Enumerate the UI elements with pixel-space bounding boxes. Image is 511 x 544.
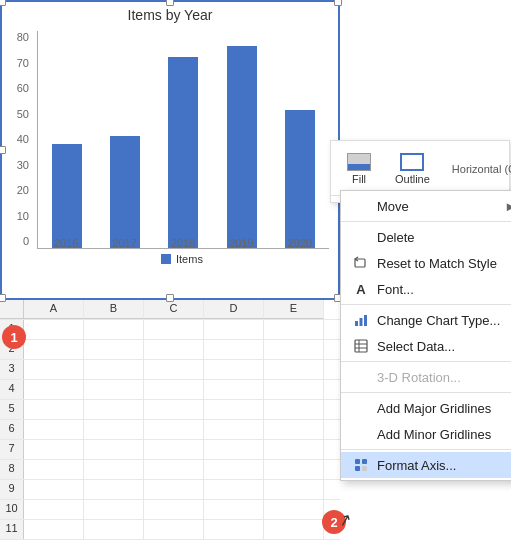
bar-2020 [285,110,315,248]
grid-row: 5 [0,400,340,420]
outline-icon [400,153,424,171]
bar [227,46,257,248]
grid-row: 11 [0,520,340,540]
reset-icon [353,255,369,271]
grid-row: 7 [0,440,340,460]
menu-item-label: Move [377,199,409,214]
bars-area [37,31,329,249]
svg-rect-9 [362,459,367,464]
menu-item-select-data[interactable]: Select Data... [341,333,511,359]
menu-item-label: Delete [377,230,415,245]
submenu-arrow: ► [504,199,511,214]
chart-container: Items by Year 80 70 60 50 40 30 20 10 0 [0,0,340,300]
outline-button[interactable]: Outline [389,151,436,187]
menu-item-label: Font... [377,282,414,297]
grid-row: 6 [0,420,340,440]
menu-item-font[interactable]: A Font... [341,276,511,302]
bar [168,57,198,248]
svg-rect-11 [362,466,367,471]
grid-row: 10 [0,500,340,520]
minor-gridlines-icon [353,426,369,442]
context-menu: Move ► Delete Reset to Match Style A Fon… [340,190,511,481]
legend-label: Items [176,253,203,265]
select-data-icon [353,338,369,354]
menu-item-label: Add Major Gridlines [377,401,491,416]
menu-item-delete[interactable]: Delete [341,224,511,250]
grid-header-row: A B C D E [0,300,340,320]
menu-item-reset[interactable]: Reset to Match Style [341,250,511,276]
menu-separator [341,221,511,222]
grid-row: 1 [0,320,340,340]
grid-row: 2 [0,340,340,360]
gridlines-icon [353,400,369,416]
bar-2017 [110,136,140,248]
legend-color [161,254,171,264]
outline-label: Outline [395,173,430,185]
bar [110,136,140,248]
menu-item-add-minor-gridlines[interactable]: Add Minor Gridlines [341,421,511,447]
3d-rotation-icon [353,369,369,385]
menu-item-label: Reset to Match Style [377,256,497,271]
grid-row: 4 [0,380,340,400]
menu-item-3d-rotation: 3-D Rotation... [341,364,511,390]
menu-item-label: Change Chart Type... [377,313,500,328]
toolbar-top: Fill Outline Horizontal (Ca... [331,147,509,196]
svg-rect-1 [355,321,358,326]
delete-icon [353,229,369,245]
svg-rect-2 [360,318,363,326]
move-icon [353,198,369,214]
svg-rect-3 [364,315,367,326]
menu-item-label: Add Minor Gridlines [377,427,491,442]
svg-rect-10 [355,466,360,471]
svg-rect-8 [355,459,360,464]
menu-item-label: 3-D Rotation... [377,370,461,385]
spreadsheet-grid: A B C D E 1 2 3 4 5 6 7 8 9 10 11 [0,300,340,544]
menu-separator [341,392,511,393]
menu-item-move[interactable]: Move ► [341,193,511,219]
font-icon: A [353,281,369,297]
chart-type-icon [353,312,369,328]
fill-button[interactable]: Fill [341,151,377,187]
grid-row: 9 [0,480,340,500]
bar [285,110,315,248]
menu-item-label: Format Axis... [377,458,456,473]
x-axis: 2016 2017 2018 2019 2020 [37,237,329,249]
menu-separator [341,361,511,362]
menu-item-label: Select Data... [377,339,455,354]
format-axis-icon [353,457,369,473]
bar-2016 [52,144,82,248]
menu-separator [341,449,511,450]
axis-label: Horizontal (Ca... [448,161,511,177]
grid-row: 8 [0,460,340,480]
chart-inner: 80 70 60 50 40 30 20 10 0 [1,27,339,267]
menu-item-add-major-gridlines[interactable]: Add Major Gridlines [341,395,511,421]
y-axis: 80 70 60 50 40 30 20 10 0 [1,27,33,247]
bar-2018 [168,57,198,248]
menu-item-format-axis[interactable]: Format Axis... [341,452,511,478]
chart-title: Items by Year [1,1,339,27]
svg-rect-4 [355,340,367,352]
grid-row: 3 [0,360,340,380]
menu-separator [341,304,511,305]
bar [52,144,82,248]
badge-1: 1 [2,325,26,349]
bar-2019 [227,46,257,248]
menu-item-change-chart[interactable]: Change Chart Type... [341,307,511,333]
fill-icon [347,153,371,171]
fill-label: Fill [352,173,366,185]
chart-legend: Items [161,253,203,265]
